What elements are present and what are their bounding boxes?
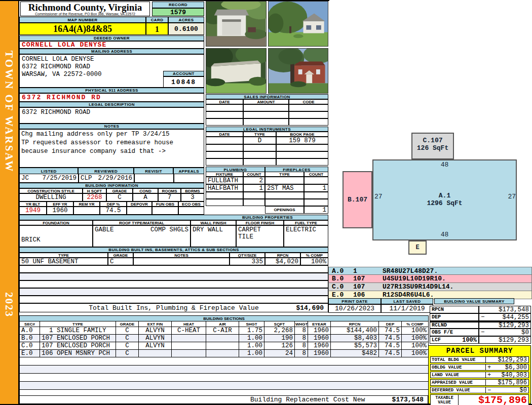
roof-material-text: COMP SHGLS	[150, 226, 188, 233]
col-header: ROOMS	[158, 188, 181, 193]
note-line: because insurance company said that ->	[21, 147, 204, 156]
parcel-row: APPRAISED VALUE $175,896	[430, 379, 529, 386]
legend-sec: C.0	[332, 283, 344, 291]
empty-row	[19, 280, 328, 288]
left-spine: TOWN OF WARSAW 2023	[0, 0, 18, 405]
col-header: ECO OBS	[178, 201, 204, 207]
plumb-fire-row	[206, 192, 328, 199]
col-header: GRADE	[108, 253, 133, 258]
mailing-line: 6372 RICHMOND ROAD	[22, 63, 204, 71]
col-header: REM YR	[73, 201, 100, 207]
sales-info-label: SALES INFORMATION	[206, 94, 328, 99]
garage-photo	[206, 1, 267, 47]
last-saved-value: 11/1/2019	[381, 304, 433, 313]
replacement-cost-row: Building Replacement Cost New $173,548	[19, 395, 428, 404]
built-in-comp: 100%	[300, 258, 328, 265]
instrument-date	[206, 137, 243, 144]
listed-by: JC	[21, 175, 29, 182]
built-ins-total-value: $14,690	[296, 304, 324, 312]
col-header: FUN OBS	[152, 201, 178, 207]
notes-box: Chg mailing address only per TP 3/24/15 …	[19, 129, 204, 168]
fireplace-type: 2ST MAS	[265, 184, 304, 192]
bvs-row: LCF100% $129,293	[430, 336, 531, 344]
col-header: CODE	[289, 99, 328, 104]
listed-date: 7/25/2019	[42, 175, 77, 182]
col-header: TYPE	[19, 253, 108, 258]
dimension-bottom: 48	[372, 231, 517, 238]
building-properties-values: BRICK GABLE COMP SHGLS DRY WALL CARPETTI…	[19, 225, 328, 247]
mailing-line: CORNELL LOLA DENYSE	[22, 56, 204, 63]
replacement-cost-value: $173,548	[392, 396, 424, 403]
sketch-canvas: C.107 126 SqFt B.107 A.1 1296 SqFt E 48 …	[329, 0, 532, 266]
building-properties-headers: FOUNDATION ROOF TYPE/MATERIAL WALL FINIS…	[19, 220, 328, 225]
section-row: B.0107 ENCLOSED PORCH CALVYN 1.00190 819…	[20, 335, 429, 342]
built-in-type: 50 UNF BASEMENT	[19, 258, 108, 265]
deeded-owner-name: CORNELL LOLA DENYSE	[19, 41, 204, 49]
sketch-c-label: C.107	[412, 137, 453, 144]
building-info-h2: YR BLT EFF YR REM YR DEP % DEPOVR FUN OB…	[19, 201, 204, 207]
building-properties-text: BUILDING PROPERTIES	[55, 215, 293, 220]
empty-row	[19, 296, 328, 303]
plumb-fire-row	[206, 199, 328, 206]
bvs-row: RCLND $129,293	[430, 321, 531, 329]
grade: C	[106, 193, 133, 201]
county-title: Richmond County, Virginia	[21, 3, 149, 12]
wall-finish-value: DRY WALL	[191, 225, 236, 247]
bvs-value: $129,293	[479, 322, 531, 329]
legal-instruments-headers: DATE TYPE BOOK PAGE	[206, 132, 328, 137]
revisit-value	[134, 174, 174, 183]
col-header: WALL FINISH	[191, 220, 236, 225]
col-header: % COMP	[402, 321, 429, 327]
plumbing-count: 1	[243, 184, 265, 192]
col-header: FLOOR FINISH	[236, 220, 284, 225]
sales-row	[206, 118, 328, 126]
parcel-row: DEFERRED VALUE −$0	[430, 387, 529, 393]
note-line: TP requested assessor to remeasure house	[21, 139, 204, 147]
review-header-row: LISTED REVIEWED REVISIT APPEALS	[19, 168, 204, 174]
col-header: HEAT	[172, 321, 206, 327]
empty-row	[19, 265, 328, 273]
building-info-r2: 1949 1960 74.5	[19, 207, 204, 215]
legend-path: U27R13SU9R14D9L14.	[383, 283, 453, 291]
plumb-fire-row: HALFBATH 1 2ST MAS 1	[206, 184, 328, 192]
col-header: SQFT	[264, 321, 295, 327]
sketch-section-b: B.107	[343, 171, 372, 228]
plumb-fire-labels: PLUMBING FIREPLACES	[206, 167, 328, 172]
house-lawn-photo	[268, 1, 329, 47]
print-date-value: 10/26/2023	[328, 304, 381, 313]
col-header: NOTES	[133, 253, 230, 258]
account-value: 10848	[163, 76, 204, 88]
rooms: 7	[158, 193, 181, 201]
sketch-b-label: B.107	[348, 196, 367, 204]
empty-row	[20, 366, 429, 374]
mailing-address-label: MAILING ADDRESS	[19, 49, 204, 54]
parcel-row: LAND VALUE +$40,303	[430, 372, 529, 378]
legend-code: 106	[353, 291, 365, 299]
shed-photo	[206, 48, 267, 94]
empty-row	[19, 288, 328, 296]
bvs-label: RPCN	[430, 306, 479, 313]
note-line: Chg mailing address only per TP 3/24/15	[21, 130, 204, 139]
col-header: RPCN	[265, 253, 300, 258]
empty-row	[19, 273, 328, 280]
col-header: FIXTURE	[206, 172, 243, 177]
depreciation-pct: 74.5	[100, 207, 127, 215]
col-header: TYPE	[40, 321, 116, 327]
review-value-row: JC7/25/2019 CLP2/29/2016	[19, 174, 204, 183]
building-sections-table: BUILDING SECTIONS SEC# TYPE GRADE EXT FI…	[19, 315, 429, 398]
col-header: YR BLT	[19, 201, 47, 207]
card-value: 1	[146, 23, 168, 35]
col-header: DATE	[206, 99, 243, 104]
sketch-c-sqft: 126 SqFt	[412, 144, 453, 152]
col-header: BOOK PAGE	[276, 132, 328, 137]
empty-row	[20, 382, 429, 390]
sketch-section-e: E	[408, 240, 427, 255]
foundation-text: BRICK	[21, 236, 41, 244]
parcel-summary-title: PARCEL SUMMARY	[429, 346, 530, 355]
construction-style: DWELLING	[19, 193, 83, 201]
legal-instruments-label: LEGAL INSTRUMENTS	[206, 127, 328, 132]
commissioner-line: Commissioner of the Revenue, PO Box 366,…	[21, 12, 149, 16]
card-label: CARD	[146, 17, 168, 23]
county-header-box: Richmond County, Virginia Commissioner o…	[20, 2, 150, 16]
taxable-row: TAXABLE VALUE $175,896	[430, 394, 529, 405]
